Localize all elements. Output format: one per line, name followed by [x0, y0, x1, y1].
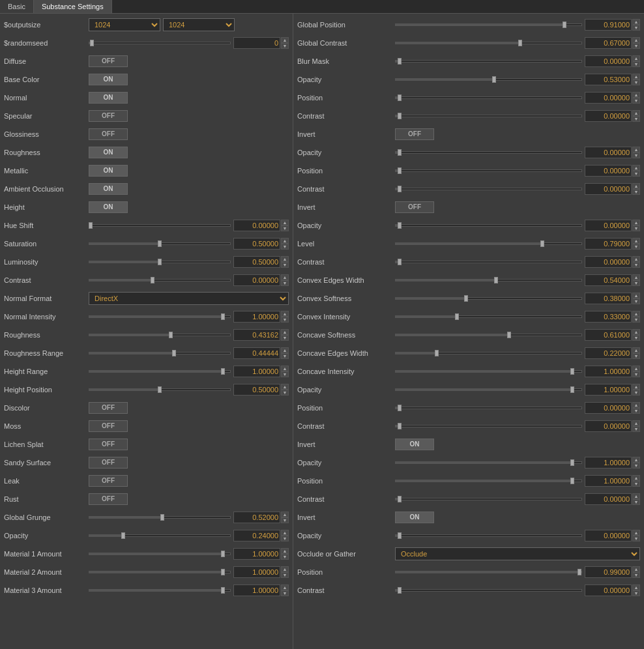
spin-up[interactable]: ▲: [632, 55, 640, 61]
spin-down[interactable]: ▼: [281, 280, 289, 286]
randomseed-thumb[interactable]: [90, 40, 94, 46]
spin-up[interactable]: ▲: [632, 92, 640, 98]
slider-track[interactable]: [395, 498, 582, 500]
number-input[interactable]: [585, 293, 632, 304]
spin-up[interactable]: ▲: [632, 457, 640, 463]
spin-up[interactable]: ▲: [281, 311, 289, 317]
slider-thumb[interactable]: [158, 240, 162, 247]
toggle-button[interactable]: OFF: [89, 457, 128, 469]
slider-thumb[interactable]: [221, 569, 225, 575]
slider-track[interactable]: [395, 534, 582, 537]
toggle-button[interactable]: OFF: [89, 55, 128, 67]
spin-down[interactable]: ▼: [281, 572, 289, 578]
spin-up[interactable]: ▲: [281, 366, 289, 371]
slider-thumb[interactable]: [398, 167, 402, 174]
spin-down[interactable]: ▼: [281, 43, 289, 49]
spin-down[interactable]: ▼: [632, 189, 640, 195]
slider-track[interactable]: [395, 571, 582, 573]
slider-track[interactable]: [89, 534, 231, 537]
slider-track[interactable]: [395, 279, 582, 281]
spin-down[interactable]: ▼: [632, 280, 640, 286]
slider-thumb[interactable]: [169, 332, 173, 338]
toggle-button[interactable]: ON: [89, 201, 128, 213]
spin-down[interactable]: ▼: [632, 335, 640, 341]
spin-up[interactable]: ▲: [632, 402, 640, 408]
spin-up[interactable]: ▲: [281, 220, 289, 225]
number-input[interactable]: [585, 402, 632, 414]
slider-track[interactable]: [395, 242, 582, 245]
number-input[interactable]: [233, 530, 280, 541]
number-input[interactable]: [233, 238, 280, 250]
spin-up[interactable]: ▲: [632, 19, 640, 25]
number-input[interactable]: [233, 584, 280, 596]
number-input[interactable]: [585, 311, 632, 323]
slider-thumb[interactable]: [464, 295, 468, 302]
slider-thumb[interactable]: [158, 386, 162, 393]
spin-up[interactable]: ▲: [281, 256, 289, 262]
spin-up[interactable]: ▲: [632, 74, 640, 79]
spin-up[interactable]: ▲: [632, 420, 640, 426]
slider-track[interactable]: [89, 334, 231, 336]
slider-thumb[interactable]: [435, 350, 439, 356]
number-input[interactable]: [585, 366, 632, 377]
number-input[interactable]: [585, 566, 632, 578]
slider-thumb[interactable]: [398, 259, 402, 265]
number-input[interactable]: [585, 238, 632, 250]
number-input[interactable]: [585, 475, 632, 487]
spin-up[interactable]: ▲: [281, 238, 289, 244]
slider-thumb[interactable]: [398, 222, 402, 229]
slider-track[interactable]: [89, 315, 231, 318]
outputsize-dropdown-2[interactable]: 1024: [163, 18, 235, 31]
spin-up[interactable]: ▲: [632, 311, 640, 317]
spin-up[interactable]: ▲: [632, 493, 640, 499]
slider-thumb[interactable]: [507, 332, 511, 338]
slider-thumb[interactable]: [398, 496, 402, 502]
slider-track[interactable]: [89, 553, 231, 555]
spin-down[interactable]: ▼: [632, 463, 640, 469]
slider-track[interactable]: [395, 169, 582, 172]
slider-thumb[interactable]: [221, 368, 225, 375]
number-input[interactable]: [233, 366, 280, 377]
toggle-button[interactable]: OFF: [89, 493, 128, 505]
spin-up[interactable]: ▲: [281, 512, 289, 517]
spin-down[interactable]: ▼: [281, 536, 289, 541]
number-input[interactable]: [585, 147, 632, 158]
spin-up[interactable]: ▲: [632, 220, 640, 225]
slider-thumb[interactable]: [160, 514, 164, 521]
slider-track[interactable]: [89, 516, 231, 519]
toggle-button[interactable]: OFF: [89, 110, 128, 122]
spin-down[interactable]: ▼: [281, 554, 289, 560]
number-input[interactable]: [585, 37, 632, 49]
number-input[interactable]: [233, 256, 280, 268]
spin-down[interactable]: ▼: [632, 572, 640, 578]
number-input[interactable]: [233, 329, 280, 341]
spin-down[interactable]: ▼: [632, 353, 640, 359]
number-input[interactable]: [585, 74, 632, 85]
randomseed-input[interactable]: [233, 37, 280, 49]
slider-thumb[interactable]: [570, 368, 574, 375]
toggle-button[interactable]: ON: [89, 147, 128, 158]
spin-up[interactable]: ▲: [281, 274, 289, 280]
slider-track[interactable]: [395, 297, 582, 300]
spin-up[interactable]: ▲: [281, 566, 289, 572]
randomseed-slider[interactable]: [89, 42, 231, 44]
spin-down[interactable]: ▼: [281, 317, 289, 323]
slider-track[interactable]: [395, 315, 582, 318]
number-input[interactable]: [233, 220, 280, 231]
toggle-button[interactable]: ON: [395, 512, 434, 523]
spin-up[interactable]: ▲: [281, 37, 289, 43]
slider-track[interactable]: [395, 115, 582, 117]
slider-thumb[interactable]: [518, 40, 522, 46]
toggle-button[interactable]: ON: [395, 439, 434, 450]
number-input[interactable]: [233, 512, 280, 523]
slider-track[interactable]: [89, 279, 231, 281]
spin-up[interactable]: ▲: [632, 256, 640, 262]
spin-down[interactable]: ▼: [632, 298, 640, 304]
slider-thumb[interactable]: [570, 386, 574, 393]
slider-thumb[interactable]: [151, 277, 154, 283]
outputsize-dropdown-1[interactable]: 1024: [89, 18, 160, 31]
slider-track[interactable]: [89, 571, 231, 573]
number-input[interactable]: [585, 274, 632, 286]
slider-thumb[interactable]: [492, 76, 496, 83]
toggle-button[interactable]: OFF: [89, 128, 128, 140]
